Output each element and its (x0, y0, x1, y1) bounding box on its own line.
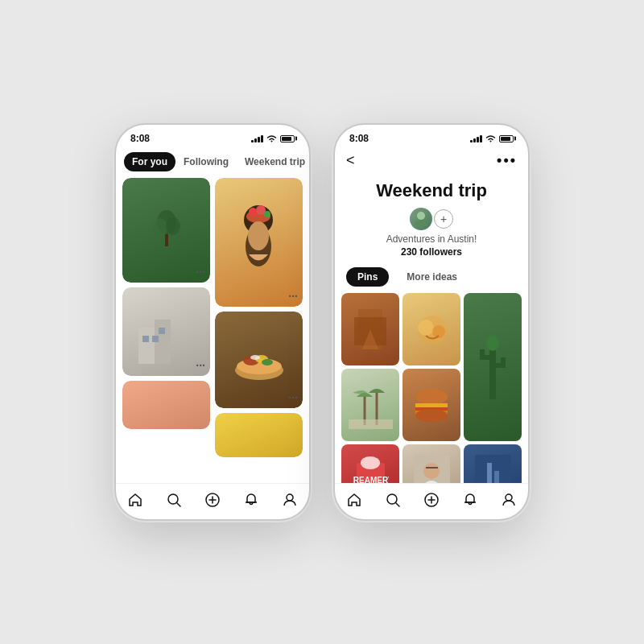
svg-point-22 (168, 494, 178, 504)
tabs-bar-1: For you Following Weekend trip Kitche (116, 147, 309, 178)
phone-notch-2 (399, 125, 464, 142)
bell-nav-icon-2[interactable] (460, 490, 480, 510)
board-avatar[interactable] (410, 208, 432, 230)
svg-line-60 (396, 503, 399, 506)
search-nav-icon-1[interactable] (164, 490, 184, 510)
user-nav-icon-1[interactable] (280, 490, 299, 510)
tab-pins[interactable]: Pins (346, 267, 389, 287)
svg-point-15 (248, 221, 269, 250)
pin-dots-3[interactable]: ··· (288, 291, 298, 302)
signal-icon-2 (470, 135, 482, 142)
pin-plant[interactable]: ··· (122, 178, 210, 283)
status-time-2: 8:08 (349, 133, 369, 144)
svg-point-44 (415, 389, 448, 405)
svg-point-65 (506, 494, 512, 501)
svg-rect-6 (142, 336, 149, 342)
svg-point-40 (486, 335, 499, 351)
board-description: Adventures in Austin! (348, 233, 515, 245)
phone-notch-1 (180, 125, 245, 142)
svg-rect-57 (494, 471, 499, 484)
tab-more-ideas[interactable]: More ideas (395, 267, 469, 287)
svg-point-53 (423, 463, 440, 479)
svg-point-2 (166, 217, 180, 235)
svg-rect-8 (159, 328, 165, 334)
svg-point-13 (264, 211, 270, 217)
svg-point-33 (418, 320, 434, 336)
status-icons-1 (251, 134, 295, 142)
phone-1: 8:08 For you Following Weekend trip K (116, 125, 309, 519)
masonry-col-2: ··· ··· (215, 178, 303, 483)
status-time-1: 8:08 (130, 133, 150, 144)
svg-point-28 (287, 494, 293, 501)
pin-woman[interactable]: ··· (215, 178, 303, 307)
pin-dots-1[interactable]: ··· (196, 266, 205, 278)
svg-rect-35 (489, 343, 496, 399)
plus-nav-icon-2[interactable] (422, 490, 441, 510)
svg-rect-37 (480, 349, 485, 360)
svg-rect-39 (501, 357, 506, 368)
board-grid: CREAMERY (335, 293, 528, 483)
back-button[interactable]: < (346, 152, 355, 169)
pin-tacos[interactable]: ··· (215, 312, 303, 408)
tab-following[interactable]: Following (175, 152, 237, 171)
pin-dots-2[interactable]: ··· (196, 360, 205, 371)
tab-weekend-trip[interactable]: Weekend trip (237, 152, 309, 171)
svg-point-51 (361, 456, 380, 469)
svg-point-59 (387, 494, 397, 504)
svg-rect-54 (426, 467, 438, 469)
svg-rect-56 (487, 463, 492, 484)
board-followers-count: 230 followers (348, 246, 515, 258)
battery-icon-1 (280, 135, 295, 142)
pin-dots-4[interactable]: ··· (288, 392, 298, 403)
pin-peach[interactable] (122, 381, 210, 429)
add-collaborator-button[interactable]: + (434, 209, 453, 229)
phone-2: 8:08 < ••• Weekend trip (335, 125, 528, 519)
svg-point-21 (250, 355, 260, 360)
svg-text:CREAMERY: CREAMERY (353, 476, 389, 484)
bell-nav-icon-1[interactable] (242, 490, 261, 510)
svg-rect-7 (152, 336, 159, 342)
svg-point-11 (249, 208, 257, 216)
masonry-feed: ··· ··· (116, 178, 309, 483)
plus-nav-icon-1[interactable] (203, 490, 222, 510)
svg-rect-43 (349, 419, 393, 429)
board-title-section: Weekend trip + Adventures in Austin! 230… (335, 174, 528, 262)
phones-container: 8:08 For you Following Weekend trip K (116, 125, 528, 519)
board-avatar-row: + (348, 208, 515, 230)
board-header: < ••• (335, 147, 528, 174)
wifi-icon-1 (266, 134, 277, 142)
pin-building[interactable]: ··· (122, 287, 210, 376)
battery-icon-2 (499, 135, 514, 142)
board-tabs: Pins More ideas (335, 262, 528, 293)
pin-yellow[interactable] (215, 413, 303, 457)
tab-for-you[interactable]: For you (124, 152, 175, 171)
user-nav-icon-2[interactable] (499, 490, 518, 510)
home-nav-icon-2[interactable] (345, 490, 364, 510)
wifi-icon-2 (485, 134, 496, 142)
masonry-col-1: ··· ··· (122, 178, 210, 483)
svg-rect-55 (475, 455, 511, 484)
svg-point-20 (262, 359, 273, 365)
home-nav-icon-1[interactable] (126, 490, 145, 510)
signal-icon-1 (251, 135, 263, 142)
board-title: Weekend trip (348, 180, 515, 201)
svg-point-48 (415, 409, 448, 422)
svg-line-23 (177, 503, 180, 506)
bottom-nav-2 (335, 483, 528, 519)
svg-rect-3 (165, 234, 168, 246)
menu-button[interactable]: ••• (497, 152, 517, 169)
status-icons-2 (470, 134, 514, 142)
search-nav-icon-2[interactable] (383, 490, 402, 510)
svg-point-29 (417, 212, 425, 220)
bottom-nav-1 (116, 483, 309, 519)
